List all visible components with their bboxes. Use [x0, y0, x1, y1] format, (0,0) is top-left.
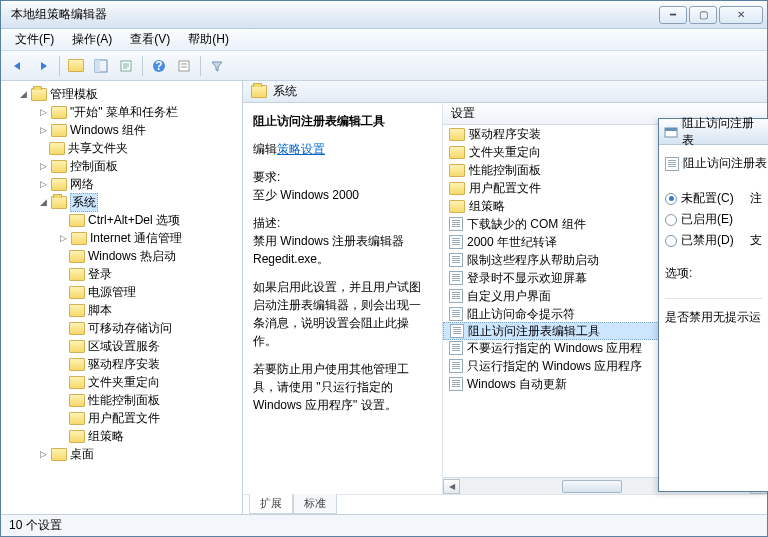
tree-item-power[interactable]: 电源管理 [3, 283, 240, 301]
tab-standard[interactable]: 标准 [293, 494, 337, 514]
maximize-button[interactable]: ▢ [689, 6, 717, 24]
folder-icon [449, 164, 465, 177]
tree-item-network[interactable]: ▷网络 [3, 175, 240, 193]
folder-icon [69, 340, 85, 353]
back-button[interactable] [7, 55, 29, 77]
tree-item-user-profiles[interactable]: 用户配置文件 [3, 409, 240, 427]
collapse-icon[interactable]: ◢ [17, 88, 29, 100]
folder-icon [69, 304, 85, 317]
policy-icon [449, 271, 463, 285]
svg-rect-9 [665, 128, 677, 131]
forward-button[interactable] [32, 55, 54, 77]
expand-icon[interactable]: ▷ [37, 124, 49, 136]
tree-item-scripts[interactable]: 脚本 [3, 301, 240, 319]
content-area: ◢管理模板 ▷"开始" 菜单和任务栏 ▷Windows 组件 共享文件夹 ▷控制… [1, 81, 767, 514]
menu-view[interactable]: 查看(V) [122, 29, 178, 50]
dialog-titlebar: 阻止访问注册表 [659, 119, 768, 145]
expand-icon[interactable]: ▷ [37, 448, 49, 460]
main-window: 本地组策略编辑器 ━ ▢ ✕ 文件(F) 操作(A) 查看(V) 帮助(H) ?… [0, 0, 768, 537]
tree-item-folder-redirect[interactable]: 文件夹重定向 [3, 373, 240, 391]
filter-button[interactable] [206, 55, 228, 77]
folder-icon [449, 182, 465, 195]
expand-icon[interactable]: ▷ [37, 178, 49, 190]
folder-icon [51, 178, 67, 191]
tree-item-internet-comm[interactable]: ▷Internet 通信管理 [3, 229, 240, 247]
folder-icon [69, 358, 85, 371]
expand-icon[interactable]: ▷ [37, 160, 49, 172]
minimize-button[interactable]: ━ [659, 6, 687, 24]
tab-extended[interactable]: 扩展 [249, 494, 293, 514]
policy-icon [449, 235, 463, 249]
tree-item-windows-components[interactable]: ▷Windows 组件 [3, 121, 240, 139]
path-header: 系统 [243, 81, 767, 103]
policy-icon [449, 341, 463, 355]
tree-pane[interactable]: ◢管理模板 ▷"开始" 菜单和任务栏 ▷Windows 组件 共享文件夹 ▷控制… [1, 81, 243, 514]
radio-disabled[interactable]: 已禁用(D) 支 [665, 232, 762, 249]
edit-policy-link[interactable]: 策略设置 [277, 142, 325, 156]
tree-item-start-menu[interactable]: ▷"开始" 菜单和任务栏 [3, 103, 240, 121]
folder-icon [51, 448, 67, 461]
tree-item-group-policy[interactable]: 组策略 [3, 427, 240, 445]
dialog-heading-row: 阻止访问注册表 [665, 155, 762, 172]
folder-icon [251, 85, 267, 98]
description-para3: 若要防止用户使用其他管理工具，请使用 "只运行指定的 Windows 应用程序"… [253, 360, 432, 414]
svg-rect-5 [179, 61, 189, 71]
folder-icon [49, 142, 65, 155]
edit-link-row: 编辑策略设置 [253, 140, 432, 158]
tree-item-perf-cpl[interactable]: 性能控制面板 [3, 391, 240, 409]
folder-icon [69, 322, 85, 335]
folder-icon [449, 128, 465, 141]
dialog-body: 阻止访问注册表 未配置(C) 注 已启用(E) 已禁用(D) 支 选项: 是否禁… [659, 145, 768, 491]
collapse-icon[interactable]: ◢ [37, 196, 49, 208]
options-label: 选项: [665, 265, 762, 282]
statusbar: 10 个设置 [1, 514, 767, 536]
up-button[interactable] [65, 55, 87, 77]
show-tree-button[interactable] [90, 55, 112, 77]
scroll-left-button[interactable]: ◀ [443, 479, 460, 494]
tree-item-hotstart[interactable]: Windows 热启动 [3, 247, 240, 265]
folder-icon [31, 88, 47, 101]
description-block: 描述: 禁用 Windows 注册表编辑器 Regedit.exe。 [253, 214, 432, 268]
policy-icon [449, 377, 463, 391]
radio-icon[interactable] [665, 214, 677, 226]
tree-item-driver-install[interactable]: 驱动程序安装 [3, 355, 240, 373]
tree-item-logon[interactable]: 登录 [3, 265, 240, 283]
description-pane: 阻止访问注册表编辑工具 编辑策略设置 要求: 至少 Windows 2000 描… [243, 103, 443, 494]
radio-enabled[interactable]: 已启用(E) [665, 211, 762, 228]
menu-action[interactable]: 操作(A) [64, 29, 120, 50]
tree-item-removable-storage[interactable]: 可移动存储访问 [3, 319, 240, 337]
help-button[interactable]: ? [148, 55, 170, 77]
dialog-icon [664, 125, 678, 139]
tree-item-ctrlaltdel[interactable]: Ctrl+Alt+Del 选项 [3, 211, 240, 229]
toolbar: ? [1, 51, 767, 81]
tree-item-control-panel[interactable]: ▷控制面板 [3, 157, 240, 175]
menu-help[interactable]: 帮助(H) [180, 29, 237, 50]
radio-icon[interactable] [665, 235, 677, 247]
tree-item-shared-folders[interactable]: 共享文件夹 [3, 139, 240, 157]
window-title: 本地组策略编辑器 [5, 6, 659, 23]
properties-button[interactable] [173, 55, 195, 77]
radio-icon[interactable] [665, 193, 677, 205]
folder-icon [449, 200, 465, 213]
policy-icon [449, 289, 463, 303]
folder-icon [449, 146, 465, 159]
tree-root[interactable]: ◢管理模板 [3, 85, 240, 103]
policy-icon [665, 157, 679, 171]
folder-icon [69, 286, 85, 299]
scroll-thumb[interactable] [562, 480, 622, 493]
radio-not-configured[interactable]: 未配置(C) 注 [665, 190, 762, 207]
folder-icon [51, 124, 67, 137]
tree-item-desktop[interactable]: ▷桌面 [3, 445, 240, 463]
menu-file[interactable]: 文件(F) [7, 29, 62, 50]
tree-item-locale[interactable]: 区域设置服务 [3, 337, 240, 355]
close-button[interactable]: ✕ [719, 6, 763, 24]
folder-icon [51, 160, 67, 173]
expand-icon[interactable]: ▷ [57, 232, 69, 244]
expand-icon[interactable]: ▷ [37, 106, 49, 118]
tree-item-system[interactable]: ◢系统 [3, 193, 240, 211]
folder-icon [69, 394, 85, 407]
tabs: 扩展 标准 [243, 494, 767, 514]
folder-icon [51, 106, 67, 119]
folder-icon [69, 214, 85, 227]
export-button[interactable] [115, 55, 137, 77]
